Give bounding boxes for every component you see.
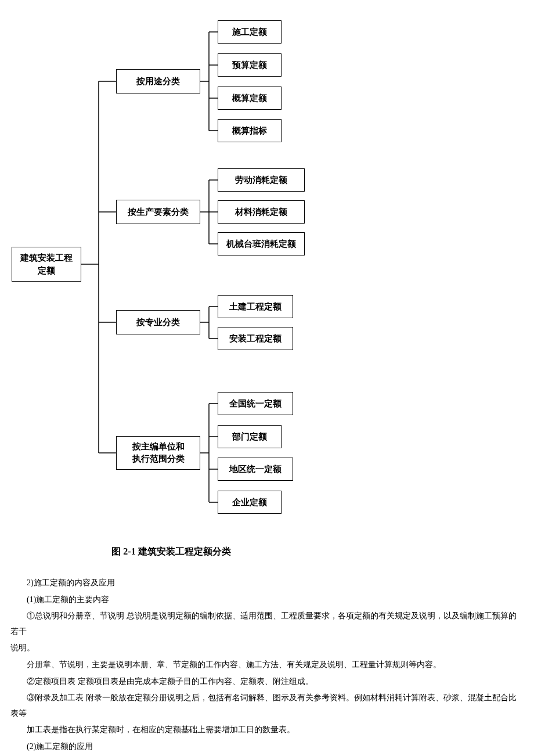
leaf-node: 概算定额: [218, 87, 282, 110]
branch-node-usage: 按用途分类: [116, 69, 200, 93]
leaf-node: 施工定额: [218, 20, 282, 44]
leaf-node: 全国统一定额: [218, 392, 293, 415]
leaf-node: 劳动消耗定额: [218, 168, 305, 192]
body-text: 2)施工定额的内容及应用 (1)施工定额的主要内容 ①总说明和分册章、节说明 总…: [6, 575, 528, 756]
leaf-node: 安装工程定额: [218, 327, 293, 350]
paragraph: 2)施工定额的内容及应用: [10, 575, 524, 591]
paragraph: (1)施工定额的主要内容: [10, 592, 524, 608]
leaf-node: 地区统一定额: [218, 458, 293, 481]
paragraph: 分册章、节说明，主要是说明本册、章、节定额的工作内容、施工方法、有关规定及说明、…: [10, 657, 524, 673]
paragraph: ①总说明和分册章、节说明 总说明是说明定额的编制依据、适用范围、工程质量要求，各…: [10, 609, 524, 639]
leaf-node: 材料消耗定额: [218, 200, 305, 224]
branch-node-specialty: 按专业分类: [116, 310, 200, 334]
paragraph: ②定额项目表 定额项目表是由完成本定额子目的工作内容、定额表、附注组成。: [10, 674, 524, 690]
leaf-node: 土建工程定额: [218, 295, 293, 318]
leaf-node: 预算定额: [218, 53, 282, 77]
branch-node-production: 按生产要素分类: [116, 200, 200, 224]
paragraph: (2)施工定额的应用: [10, 739, 524, 755]
leaf-node: 部门定额: [218, 425, 282, 448]
branch-node-scope: 按主编单位和 执行范围分类: [116, 436, 200, 470]
leaf-node: 企业定额: [218, 491, 282, 514]
leaf-node: 概算指标: [218, 119, 282, 142]
root-node: 建筑安装工程 定额: [12, 247, 81, 282]
paragraph: 加工表是指在执行某定额时，在相应的定额基础上需要增加工日的数量表。: [10, 722, 524, 738]
paragraph: ③附录及加工表 附录一般放在定额分册说明之后，包括有名词解释、图示及有关参考资料…: [10, 690, 524, 721]
leaf-node: 机械台班消耗定额: [218, 232, 305, 255]
paragraph: 说明。: [10, 640, 524, 656]
figure-caption: 图 2-1 建筑安装工程定额分类: [84, 546, 258, 558]
tree-diagram: 建筑安装工程 定额 按用途分类 按生产要素分类 按专业分类 按主编单位和 执行范…: [6, 12, 528, 528]
